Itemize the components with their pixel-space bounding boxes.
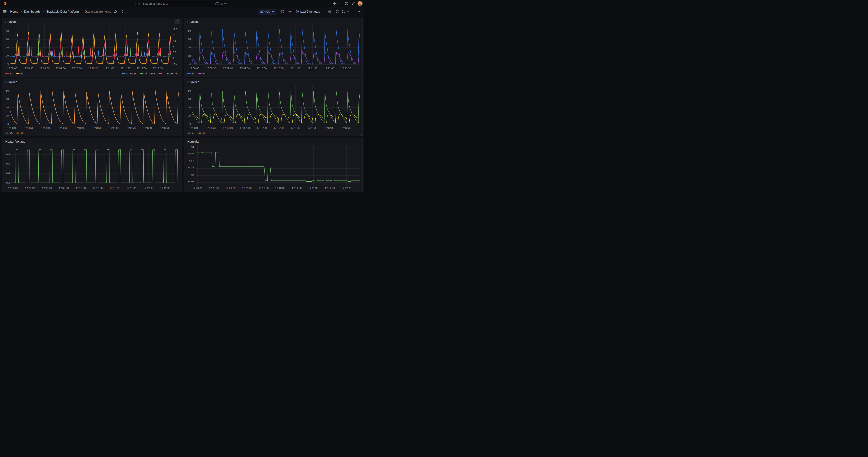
panel-header[interactable]: R-values <box>184 79 363 85</box>
help-icon[interactable] <box>344 0 350 6</box>
panel-menu-icon[interactable] <box>175 19 180 24</box>
add-panel-icon <box>260 10 264 13</box>
time-range-picker[interactable]: Last 5 minutes <box>294 9 326 14</box>
y-tick-label: 53.25 <box>188 167 194 170</box>
legend-item[interactable]: r7 <box>187 132 194 134</box>
chart-canvas[interactable] <box>10 25 171 66</box>
x-axis: 17:08:0017:08:3017:09:0017:09:3017:10:00… <box>196 186 360 190</box>
panel-header[interactable]: R-values <box>184 18 363 25</box>
legend-item[interactable]: r4 <box>198 72 206 75</box>
legend-label: r3 <box>192 72 194 75</box>
x-axis: 17:08:0017:08:3017:09:0017:09:3017:10:00… <box>192 66 360 70</box>
y-tick-label: 80 <box>6 30 9 33</box>
x-tick-label: 17:08:30 <box>23 67 33 70</box>
legend-swatch <box>187 132 191 133</box>
topbar-divider <box>341 1 341 6</box>
legend-item[interactable]: r2_score <box>140 72 155 75</box>
legend-item[interactable]: r1_score <box>122 72 136 75</box>
user-avatar[interactable] <box>358 1 363 6</box>
breadcrumb: Home Dashboards Stackable Data Platform … <box>10 10 111 13</box>
breadcrumb-folder[interactable]: Stackable Data Platform <box>46 10 79 13</box>
y-axis-left: 0.20.40.60.8 <box>2 145 11 186</box>
chart-canvas[interactable] <box>192 25 360 66</box>
keyboard-icon <box>216 2 219 5</box>
dashboard-settings-icon[interactable] <box>287 9 293 14</box>
chart-canvas[interactable] <box>196 145 360 186</box>
legend-label: r5 <box>10 132 12 134</box>
new-button[interactable] <box>333 0 339 6</box>
legend: heatervoltage <box>2 190 182 192</box>
panel-header[interactable]: Humidity <box>184 138 363 145</box>
chevron-right-icon <box>20 10 22 13</box>
x-tick-label: 17:08:00 <box>7 126 17 129</box>
grafana-logo-icon[interactable] <box>3 1 7 6</box>
y-tick-label: 52.75 <box>188 181 194 184</box>
share-icon[interactable] <box>118 9 124 14</box>
breadcrumb-dashboards[interactable]: Dashboards <box>24 10 40 13</box>
panel-header[interactable]: R-values <box>2 18 182 25</box>
mega-menu-icon[interactable] <box>2 9 8 14</box>
collapse-toolbar-icon[interactable] <box>356 9 362 14</box>
x-tick-label: 17:10:00 <box>259 187 269 189</box>
panel-header[interactable]: R-values <box>2 79 182 85</box>
zoom-out-icon[interactable] <box>327 9 333 14</box>
y-tick-label: 53.5 <box>189 160 194 162</box>
panel-title: R-values <box>187 80 199 84</box>
x-tick-label: 17:11:00 <box>290 126 300 129</box>
x-tick-label: 17:08:00 <box>8 187 18 189</box>
legend-label: r2 <box>21 72 24 75</box>
x-tick-label: 17:08:30 <box>206 126 216 129</box>
x-tick-label: 17:12:00 <box>143 126 153 129</box>
x-tick-label: 17:10:00 <box>257 67 267 70</box>
legend-item[interactable]: r6 <box>16 132 24 134</box>
chart-canvas[interactable] <box>192 85 360 126</box>
breadcrumb-home[interactable]: Home <box>10 10 19 13</box>
news-icon[interactable] <box>350 0 356 6</box>
legend-item[interactable]: r2 <box>16 72 24 75</box>
y-tick-label: 40 <box>6 106 9 109</box>
refresh-icon[interactable] <box>334 9 340 14</box>
legend-item[interactable]: r1_score_lttb <box>158 72 178 75</box>
save-dashboard-icon[interactable] <box>280 9 286 14</box>
panel-header[interactable]: Heater Voltage <box>2 138 182 145</box>
favorite-star-icon[interactable] <box>112 9 118 14</box>
legend-item[interactable]: r5 <box>5 132 12 134</box>
legend-label: r1 <box>10 72 12 75</box>
y-tick-label: 0 <box>7 123 9 125</box>
dashboard-toolbar: Home Dashboards Stackable Data Platform … <box>0 7 365 16</box>
x-tick-label: 17:10:30 <box>275 187 285 189</box>
y-tick-label: 80 <box>188 89 191 92</box>
search-input[interactable] <box>142 2 214 6</box>
x-tick-label: 17:10:30 <box>88 67 98 70</box>
x-tick-label: 17:10:30 <box>92 126 102 129</box>
x-tick-label: 17:10:30 <box>274 67 284 70</box>
legend-label: r1_score <box>126 72 136 75</box>
legend: r7r8 <box>184 130 363 136</box>
y-tick-label: 0 <box>173 57 174 60</box>
y-tick-label: 20 <box>188 114 191 117</box>
y-axis-left: 020406080 <box>2 85 10 126</box>
legend-item[interactable]: r1 <box>5 72 12 75</box>
x-tick-label: 17:12:30 <box>160 187 170 189</box>
add-button[interactable]: Add <box>258 9 276 14</box>
x-tick-label: 17:12:30 <box>153 67 163 70</box>
x-tick-label: 17:10:00 <box>76 187 86 189</box>
y-tick-label: 54 <box>191 146 194 149</box>
x-tick-label: 17:12:00 <box>324 126 334 129</box>
x-tick-label: 17:08:00 <box>7 67 17 70</box>
legend-item[interactable]: r8 <box>198 132 206 134</box>
legend-swatch <box>5 73 9 74</box>
search-bar[interactable]: ctrl+k <box>135 1 229 6</box>
search-icon <box>137 2 141 5</box>
legend-label: r4 <box>203 72 206 75</box>
y-tick-label: 0.8 <box>6 153 10 156</box>
legend-swatch <box>122 73 125 74</box>
x-tick-label: 17:08:00 <box>189 126 199 129</box>
y-axis-left: 020406080 <box>2 25 10 66</box>
chart-canvas[interactable] <box>11 145 179 186</box>
dashboard-panel: R-values 020406080 17:08:0017:08:3017:09… <box>184 78 363 136</box>
legend-label: r1_score_lttb <box>163 72 178 75</box>
refresh-interval-picker[interactable]: 5s <box>342 9 350 14</box>
legend-item[interactable]: r3 <box>187 72 194 75</box>
chart-canvas[interactable] <box>10 85 179 126</box>
